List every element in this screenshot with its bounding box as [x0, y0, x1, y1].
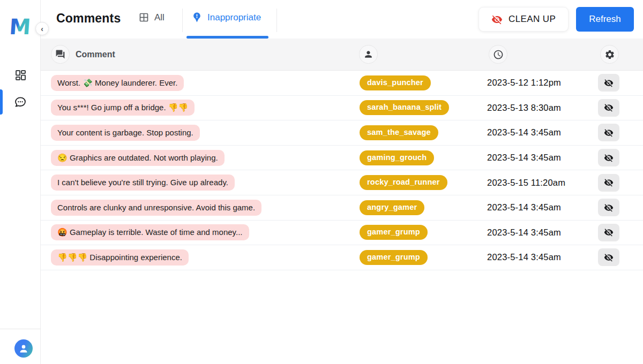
clock-icon	[489, 45, 507, 64]
comment-cell: I can't believe you're still trying. Giv…	[41, 175, 360, 191]
dashboard-grid-icon	[14, 69, 27, 81]
clean-up-button[interactable]: CLEAN UP	[478, 7, 569, 32]
refresh-button[interactable]: Refresh	[576, 7, 634, 32]
hide-comment-button[interactable]	[598, 248, 619, 266]
user-cell: sarah_banana_split	[360, 100, 487, 115]
timestamp: 2023-5-14 3:45am	[487, 202, 561, 212]
hide-comment-button[interactable]	[598, 124, 619, 141]
action-cell	[598, 248, 643, 266]
comment-text: I can't believe you're still trying. Giv…	[51, 175, 235, 191]
user-icon	[18, 343, 29, 354]
timestamp: 2023-5-14 3:45am	[487, 127, 561, 137]
username-badge[interactable]: davis_puncher	[360, 75, 431, 90]
user-avatar[interactable]	[14, 339, 33, 358]
person-icon	[359, 45, 378, 64]
chat-bubble-icon	[14, 96, 27, 109]
comment-text: You s***! Go jump off a bridge. 👎👎	[51, 100, 195, 116]
page-title: Comments	[56, 11, 121, 26]
alert-pin-icon	[191, 12, 203, 23]
app-logo-icon: M	[10, 15, 32, 39]
app-window: M ‹	[0, 0, 643, 364]
action-cell	[598, 174, 643, 192]
comment-cell: 👎👎👎 Disappointing experience.	[41, 249, 360, 266]
tab-divider	[276, 9, 277, 32]
username-badge[interactable]: sam_the_savage	[360, 125, 438, 140]
eye-off-icon	[604, 78, 614, 88]
action-cell	[598, 149, 643, 166]
table-row: Your content is garbage. Stop posting. s…	[41, 120, 643, 146]
tab-divider	[182, 9, 183, 32]
time-cell: 2023-5-14 3:45am	[487, 252, 598, 262]
action-cell	[598, 74, 643, 92]
username-badge[interactable]: gamer_grump	[360, 225, 428, 240]
timestamp: 2023-5-14 3:45am	[487, 153, 561, 162]
eye-off-icon	[491, 14, 503, 25]
tab-inappropriate-label: Inappropriate	[207, 12, 261, 23]
user-cell: gamer_grump	[360, 225, 487, 240]
eye-off-icon	[604, 178, 614, 187]
svg-text:M: M	[10, 15, 32, 39]
comment-text: Controls are clunky and unresponsive. Av…	[51, 200, 261, 216]
comment-text: 👎👎👎 Disappointing experience.	[51, 249, 189, 266]
comment-text: 😒 Graphics are outdated. Not worth playi…	[51, 150, 225, 166]
tab-all[interactable]: All	[138, 12, 165, 23]
comment-cell: Controls are clunky and unresponsive. Av…	[41, 200, 360, 216]
eye-off-icon	[604, 153, 614, 163]
sidebar-item-dashboard[interactable]	[0, 63, 41, 87]
hide-comment-button[interactable]	[598, 74, 619, 92]
comment-cell: Worst. 💸 Money launderer. Ever.	[41, 75, 360, 91]
tab-inappropriate[interactable]: Inappropriate	[191, 12, 261, 23]
hide-comment-button[interactable]	[598, 99, 619, 117]
sidebar-divider	[0, 329, 41, 329]
time-cell: 2023-5-15 11:20am	[487, 178, 598, 188]
timestamp: 2023-5-14 3:45am	[487, 228, 561, 237]
table-header-row: Comment	[41, 39, 643, 71]
action-cell	[598, 99, 643, 117]
username-badge[interactable]: gamer_grump	[360, 250, 428, 265]
action-cell	[598, 224, 643, 241]
username-badge[interactable]: gaming_grouch	[360, 150, 434, 165]
chevron-left-icon: ‹	[41, 25, 43, 33]
timestamp: 2023-5-14 3:45am	[487, 252, 561, 262]
eye-off-icon	[604, 228, 614, 237]
gear-icon	[600, 45, 619, 64]
time-cell: 2023-5-14 3:45am	[487, 202, 598, 213]
eye-off-icon	[604, 203, 614, 213]
user-cell: rocky_road_runner	[360, 175, 487, 190]
sidebar-item-comments[interactable]	[0, 90, 41, 115]
hide-comment-button[interactable]	[598, 174, 619, 192]
sidebar-collapse-button[interactable]: ‹	[35, 22, 49, 35]
table-row: 🤬 Gameplay is terrible. Waste of time an…	[41, 221, 643, 246]
username-badge[interactable]: angry_gamer	[360, 200, 424, 215]
hide-comment-button[interactable]	[598, 224, 619, 241]
username-badge[interactable]: rocky_road_runner	[360, 175, 447, 190]
grid-table-icon	[138, 12, 149, 23]
table-row: Worst. 💸 Money launderer. Ever. davis_pu…	[41, 71, 643, 96]
comment-cell: 🤬 Gameplay is terrible. Waste of time an…	[41, 224, 360, 240]
comment-cell: 😒 Graphics are outdated. Not worth playi…	[41, 150, 360, 166]
user-cell: angry_gamer	[360, 200, 487, 215]
user-cell: gamer_grump	[360, 250, 487, 265]
clean-up-label: CLEAN UP	[509, 14, 556, 25]
hide-comment-button[interactable]	[598, 149, 619, 166]
time-cell: 2023-5-12 1:12pm	[487, 78, 598, 88]
user-cell: davis_puncher	[360, 75, 487, 90]
table-row: I can't believe you're still trying. Giv…	[41, 170, 643, 195]
table-row: 😒 Graphics are outdated. Not worth playi…	[41, 146, 643, 171]
user-cell: gaming_grouch	[360, 150, 487, 165]
username-badge[interactable]: sarah_banana_split	[360, 100, 449, 115]
table-row: Controls are clunky and unresponsive. Av…	[41, 195, 643, 221]
timestamp: 2023-5-15 11:20am	[487, 178, 565, 187]
hide-comment-button[interactable]	[598, 199, 619, 216]
comment-text: Your content is garbage. Stop posting.	[51, 125, 200, 141]
eye-off-icon	[604, 253, 614, 262]
comments-icon	[51, 45, 70, 64]
timestamp: 2023-5-12 1:12pm	[487, 78, 561, 87]
time-cell: 2023-5-14 3:45am	[487, 153, 598, 163]
tab-all-label: All	[154, 12, 165, 23]
column-header-comment: Comment	[41, 45, 360, 64]
comment-cell: Your content is garbage. Stop posting.	[41, 125, 360, 141]
top-bar: Comments All Inappropriate	[41, 0, 643, 39]
time-cell: 2023-5-14 3:45am	[487, 127, 598, 138]
user-cell: sam_the_savage	[360, 125, 487, 140]
